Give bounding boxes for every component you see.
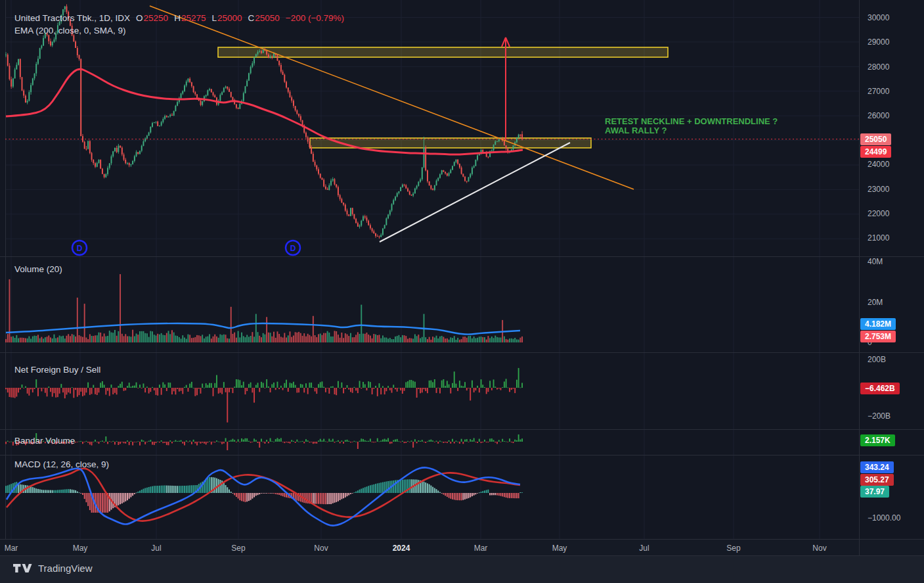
- time-axis-label: May: [73, 544, 88, 553]
- close-value: 25050: [255, 13, 280, 23]
- time-axis-label: May: [552, 544, 567, 553]
- time-axis-label: Sep: [231, 544, 245, 553]
- price-axis-label: 27000: [868, 86, 921, 97]
- bandar-value-badge: 2.157K: [860, 434, 895, 446]
- volume-axis-label: 40M: [868, 256, 921, 267]
- net-foreign-axis-label: −200B: [868, 411, 921, 421]
- price-axis-label: 28000: [868, 62, 921, 72]
- price-axis-label: 23000: [868, 184, 921, 195]
- time-axis-label: Jul: [639, 544, 649, 553]
- price-axis-label: 21000: [868, 233, 921, 243]
- chart-text-annotation[interactable]: RETEST NECKLINE + DOWNTRENDLINE ? AWAL R…: [605, 117, 778, 135]
- time-axis-year-label: 2024: [393, 544, 410, 553]
- time-axis-label: Nov: [314, 544, 328, 553]
- price-axis-label: 30000: [868, 12, 921, 23]
- tradingview-watermark[interactable]: TradingView: [13, 563, 93, 574]
- last-price-badge: 25050: [860, 133, 891, 145]
- chart-canvas[interactable]: DD: [0, 0, 924, 583]
- volume-value-badge: 2.753M: [860, 331, 896, 342]
- macd-axis-label: −1000.00: [868, 513, 921, 523]
- svg-text:D: D: [290, 244, 296, 253]
- alert-price-badge: 24499: [860, 146, 891, 158]
- time-axis-label: Mar: [474, 544, 488, 553]
- low-value: 25000: [217, 13, 242, 23]
- open-value: 25250: [144, 13, 169, 23]
- annotation-line-1: RETEST NECKLINE + DOWNTRENDLINE ?: [605, 117, 778, 126]
- volume-axis-label: 20M: [868, 297, 921, 308]
- macd-pane-title[interactable]: MACD (12, 26, close, 9): [14, 459, 109, 469]
- high-label: H: [174, 13, 181, 23]
- open-label: O: [136, 13, 143, 23]
- low-label: L: [211, 13, 217, 23]
- tradingview-logo-icon: [13, 563, 33, 574]
- price-axis-label: 22000: [868, 208, 921, 219]
- bandar-pane-title[interactable]: Bandar Volume: [14, 436, 75, 446]
- net-foreign-pane-title[interactable]: Net Foreign Buy / Sell: [14, 365, 100, 375]
- brand-name: TradingView: [38, 563, 93, 574]
- macd-signal-badge: 305.27: [860, 474, 894, 486]
- time-axis-label: Jul: [151, 544, 161, 553]
- volume-pane-title[interactable]: Volume (20): [14, 264, 62, 274]
- macd-value-badge: 343.24: [860, 461, 894, 473]
- svg-text:D: D: [77, 244, 83, 253]
- annotation-line-2: AWAL RALLY ?: [605, 126, 778, 135]
- macd-histogram-badge: 37.97: [860, 486, 889, 498]
- ema-legend[interactable]: EMA (200, close, 0, SMA, 9): [14, 26, 126, 35]
- symbol-title: United Tractors Tbk., 1D, IDX: [14, 13, 130, 23]
- net-foreign-value-badge: −6.462B: [860, 383, 900, 394]
- close-label: C: [248, 13, 254, 23]
- time-axis-label: Mar: [5, 544, 18, 553]
- price-axis-label: 26000: [868, 110, 921, 121]
- high-value: 25275: [181, 13, 206, 23]
- symbol-legend[interactable]: United Tractors Tbk., 1D, IDXO25250H2527…: [14, 13, 344, 23]
- time-axis-label: Sep: [726, 544, 740, 553]
- net-foreign-axis-label: 200B: [868, 354, 921, 365]
- price-axis-label: 24000: [868, 159, 921, 170]
- change-value: −200 (−0.79%): [286, 13, 344, 23]
- time-axis-label: Nov: [812, 544, 826, 553]
- tradingview-chart-window: DD United Tractors Tbk., 1D, IDXO25250H2…: [0, 0, 924, 583]
- price-axis-label: 29000: [868, 37, 921, 47]
- volume-ma-badge: 4.182M: [860, 318, 896, 330]
